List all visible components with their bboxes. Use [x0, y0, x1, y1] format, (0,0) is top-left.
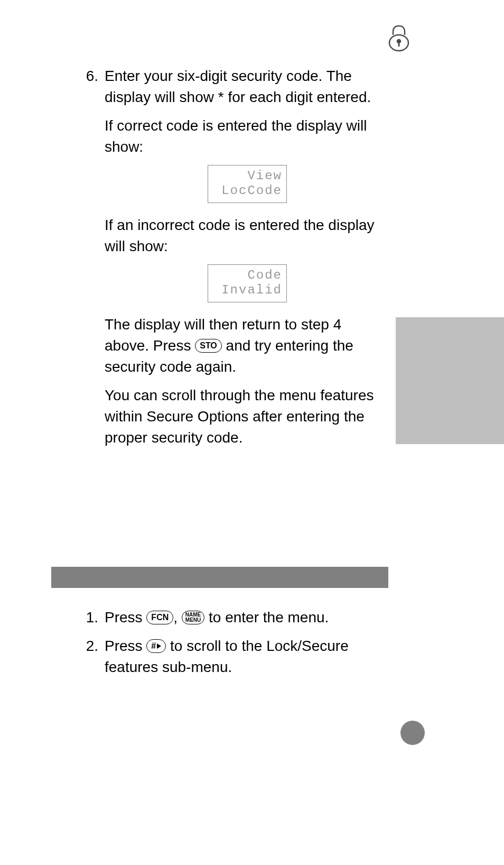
step6-para3: If an incorrect code is entered the disp…: [105, 215, 390, 257]
step-body: Press # to scroll to the Lock/Secure fea…: [105, 636, 390, 678]
step-number: 2.: [86, 636, 105, 678]
step-number: 6.: [86, 66, 105, 456]
right-arrow-icon: [157, 643, 161, 649]
step6-para1: Enter your six-digit security code. The …: [105, 66, 390, 108]
text-fragment: to enter the menu.: [204, 609, 329, 625]
step-6: 6. Enter your six-digit security code. T…: [86, 66, 390, 456]
side-tab: [396, 317, 504, 444]
lock-icon: [388, 24, 410, 52]
section-divider-bar: [51, 567, 388, 588]
text-fragment: Press: [105, 638, 146, 654]
step6-para4: The display will then return to step 4 a…: [105, 314, 390, 378]
lcd-line: Code: [212, 268, 282, 283]
text-fragment: ,: [173, 609, 182, 625]
step-1: 1. Press FCN, NAMEMENU to enter the menu…: [86, 607, 390, 628]
step-number: 1.: [86, 607, 105, 628]
step6-para5: You can scroll through the menu features…: [105, 385, 390, 448]
lcd-display-code-invalid: Code Invalid: [208, 264, 287, 302]
step-2: 2. Press # to scroll to the Lock/Secure …: [86, 636, 390, 678]
key-label-bottom: MENU: [185, 618, 201, 623]
lcd-display-view-loccode: View LocCode: [208, 165, 287, 203]
key-label: #: [151, 642, 156, 650]
lcd-line: View: [212, 169, 282, 183]
step-body: Press FCN, NAMEMENU to enter the menu.: [105, 607, 390, 628]
sto-key: STO: [195, 339, 222, 353]
step6-para2: If correct code is entered the display w…: [105, 115, 390, 158]
name-menu-key: NAMEMENU: [182, 611, 204, 624]
text-fragment: Press: [105, 609, 146, 625]
fcn-key: FCN: [146, 611, 173, 624]
section-b: 1. Press FCN, NAMEMENU to enter the menu…: [86, 607, 390, 685]
page-number-circle: [400, 721, 425, 745]
hash-scroll-key: #: [146, 639, 166, 653]
section-a: 6. Enter your six-digit security code. T…: [86, 66, 390, 463]
lcd-line: LocCode: [212, 183, 282, 198]
step-body: Enter your six-digit security code. The …: [105, 66, 390, 456]
lcd-line: Invalid: [212, 283, 282, 298]
